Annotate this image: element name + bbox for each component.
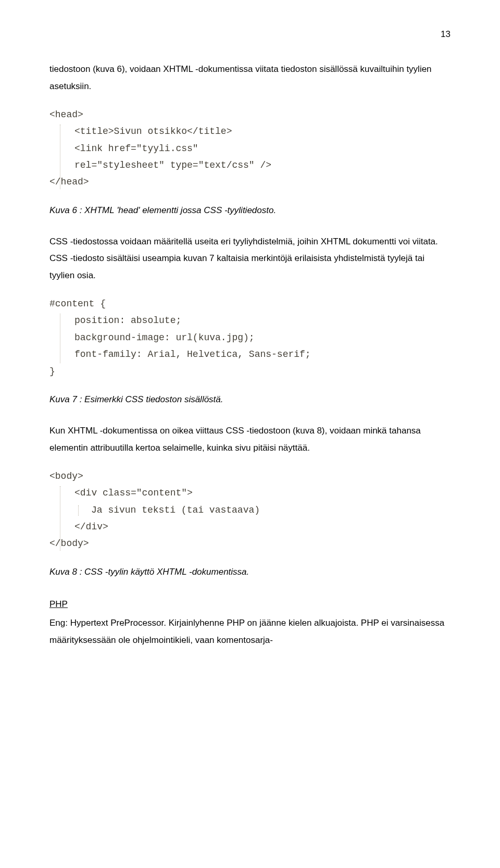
code-line: } (49, 363, 451, 380)
code-line: </div> (49, 518, 451, 535)
code-block-css: #content { position: absolute; backgroun… (49, 295, 451, 380)
code-line: <body> (49, 468, 451, 485)
caption-figure-7: Kuva 7 : Esimerkki CSS tiedoston sisällö… (49, 391, 451, 408)
indent-rule (60, 486, 60, 551)
code-line: <link href="tyyli.css" (49, 140, 451, 157)
code-line: rel="stylesheet" type="text/css" /> (49, 157, 451, 173)
indent-rule (60, 314, 60, 363)
code-line: <div class="content"> (49, 485, 451, 501)
indent-rule (78, 505, 79, 516)
code-line: font-family: Arial, Helvetica, Sans-seri… (49, 346, 451, 363)
code-line: background-image: url(kuva.jpg); (49, 329, 451, 346)
code-line: position: absolute; (49, 312, 451, 329)
code-line: </head> (49, 173, 451, 190)
code-block-head: <head> <title>Sivun otsikko</title> <lin… (49, 106, 451, 191)
paragraph-2: CSS -tiedostossa voidaan määritellä usei… (49, 233, 451, 284)
caption-figure-6: Kuva 6 : XHTML 'head' elementti jossa CS… (49, 202, 451, 219)
code-line: Ja sivun teksti (tai vastaava) (49, 502, 451, 518)
code-block-body: <body> <div class="content"> Ja sivun te… (49, 468, 451, 552)
indent-rule (60, 125, 60, 189)
php-heading: PHP (49, 596, 451, 613)
code-line: <head> (49, 106, 451, 123)
code-line: <title>Sivun otsikko</title> (49, 123, 451, 140)
php-paragraph: Eng: Hypertext PreProcessor. Kirjainlyhe… (49, 615, 451, 649)
paragraph-3: Kun XHTML -dokumentissa on oikea viittau… (49, 423, 451, 456)
code-line: </body> (49, 535, 451, 552)
page-number: 13 (49, 26, 451, 43)
caption-figure-8: Kuva 8 : CSS -tyylin käyttö XHTML -dokum… (49, 564, 451, 580)
code-line: #content { (49, 295, 451, 312)
paragraph-1: tiedostoon (kuva 6), voidaan XHTML -doku… (49, 61, 451, 95)
